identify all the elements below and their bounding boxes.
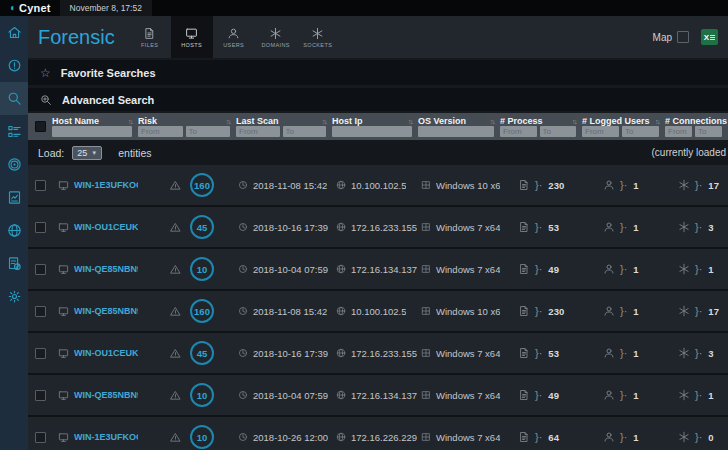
count-value: 0 xyxy=(708,432,713,443)
risk-cell: 10 xyxy=(138,257,236,281)
filter-to[interactable] xyxy=(622,126,659,137)
row-checkbox[interactable] xyxy=(35,180,46,191)
count-value: 49 xyxy=(548,264,559,275)
tab-files[interactable]: FILES xyxy=(129,16,171,58)
count-value: 53 xyxy=(548,222,559,233)
warning-icon xyxy=(170,222,181,233)
sidebar-item-globe[interactable] xyxy=(0,214,28,247)
filter-input[interactable] xyxy=(418,126,494,137)
filter-from[interactable] xyxy=(500,126,537,137)
sort-icon[interactable]: ↑↓ xyxy=(490,118,494,125)
risk-score-badge[interactable]: 45 xyxy=(190,341,214,365)
favorite-searches-bar[interactable]: ☆ Favorite Searches xyxy=(28,60,728,85)
host-link[interactable]: WIN-QE85NBN9SS xyxy=(74,306,138,316)
process-count-cell: }·53 xyxy=(500,347,582,359)
sidebar-item-alert[interactable] xyxy=(0,49,28,82)
tab-hosts[interactable]: HOSTS xyxy=(171,16,213,58)
asterisk-icon xyxy=(678,389,690,401)
select-cell xyxy=(28,432,52,443)
filter-from[interactable] xyxy=(138,126,183,137)
last-scan-value: 2018-10-16 17:39 xyxy=(253,348,328,359)
row-checkbox[interactable] xyxy=(35,306,46,317)
select-cell xyxy=(28,264,52,275)
risk-score-badge[interactable]: 45 xyxy=(190,215,214,239)
column-header-host-name: Host Name ↑↓ xyxy=(52,113,138,140)
host-ip-value: 172.16.226.229 xyxy=(351,432,417,443)
count-value: 3 xyxy=(708,222,713,233)
sort-icon[interactable]: ↑↓ xyxy=(572,118,576,125)
sidebar-item-search[interactable] xyxy=(0,82,28,115)
host-link[interactable]: WIN-OU1CEUK0FJQ xyxy=(74,222,138,232)
last-scan-cell: 2018-10-26 12:00 xyxy=(236,432,332,443)
sidebar-item-checklist[interactable] xyxy=(0,115,28,148)
column-label: Host Name xyxy=(52,116,99,126)
sidebar-item-tasks[interactable] xyxy=(0,247,28,280)
table-row: WIN-QE85NBN95S6102018-10-04 07:59172.16.… xyxy=(28,249,728,289)
row-checkbox[interactable] xyxy=(35,264,46,275)
column-header-last-scan: Last Scan ↑↓ xyxy=(236,113,332,140)
sort-icon[interactable]: ↑↓ xyxy=(322,118,326,125)
filter-to[interactable] xyxy=(695,126,722,137)
file-icon xyxy=(518,305,530,317)
host-link[interactable]: WIN-QE85NBN95S6 xyxy=(74,390,138,400)
sidebar-item-report[interactable] xyxy=(0,181,28,214)
filter-to[interactable] xyxy=(283,126,327,137)
globe-icon xyxy=(336,306,346,316)
map-toggle: Map xyxy=(653,31,689,43)
tab-users[interactable]: USERS xyxy=(213,16,255,58)
filter-input[interactable] xyxy=(52,126,132,137)
select-all-cell xyxy=(28,113,52,140)
connections-cell: }·17 xyxy=(665,179,728,191)
row-checkbox[interactable] xyxy=(35,348,46,359)
risk-score-badge[interactable]: 10 xyxy=(190,257,214,281)
filter-to[interactable] xyxy=(540,126,577,137)
file-icon xyxy=(518,179,530,191)
user-icon xyxy=(603,347,615,359)
host-link[interactable]: WIN-1E3UFKOG2K5 xyxy=(74,432,138,442)
row-checkbox[interactable] xyxy=(35,432,46,443)
column-label: OS Version xyxy=(418,116,466,126)
sidebar-item-home[interactable] xyxy=(0,16,28,49)
advanced-search-bar[interactable]: Advanced Search xyxy=(28,88,728,111)
load-count-select[interactable]: 25 ▼ xyxy=(72,146,102,160)
host-link[interactable]: WIN-QE85NBN95S6 xyxy=(74,264,138,274)
chevron-down-icon: ▼ xyxy=(91,150,97,156)
host-link[interactable]: WIN-OU1CEUK0FJQ xyxy=(74,348,138,358)
globe-icon xyxy=(336,180,346,190)
excel-export-icon[interactable]: X xyxy=(701,29,718,45)
row-checkbox[interactable] xyxy=(35,390,46,401)
risk-score-badge[interactable]: 10 xyxy=(190,383,214,407)
risk-score-badge[interactable]: 10 xyxy=(190,425,214,449)
filter-to[interactable] xyxy=(186,126,231,137)
sort-icon[interactable]: ↑↓ xyxy=(226,118,230,125)
sidebar-item-settings[interactable] xyxy=(0,280,28,313)
brace-decorator: }· xyxy=(695,221,702,233)
count-value: 3 xyxy=(708,348,713,359)
os-version-cell: Windows 7 x64 Serv... xyxy=(418,222,500,233)
risk-score-badge[interactable]: 160 xyxy=(190,299,214,323)
sort-icon[interactable]: ↑↓ xyxy=(408,118,412,125)
logged-users-cell: }·1 xyxy=(582,431,665,443)
tab-domains[interactable]: DOMAINS xyxy=(255,16,297,58)
tab-sockets[interactable]: SOCKETS xyxy=(297,16,339,58)
loaded-status: (currently loaded xyxy=(652,147,726,158)
select-cell xyxy=(28,390,52,401)
sort-icon[interactable]: ↑↓ xyxy=(655,118,659,125)
host-link[interactable]: WIN-1E3UFKOG xyxy=(74,180,138,190)
cynet-logo-icon: ◖ xyxy=(9,3,15,13)
filter-from[interactable] xyxy=(665,126,692,137)
filter-input[interactable] xyxy=(332,126,412,137)
row-checkbox[interactable] xyxy=(35,222,46,233)
filter-from[interactable] xyxy=(236,126,280,137)
tab-label: USERS xyxy=(223,42,244,48)
sort-icon[interactable]: ↑↓ xyxy=(128,118,132,125)
risk-cell: 160 xyxy=(138,299,236,323)
risk-score-badge[interactable]: 160 xyxy=(190,173,214,197)
load-suffix: entities xyxy=(118,147,151,159)
sidebar-item-target[interactable] xyxy=(0,148,28,181)
select-all-checkbox[interactable] xyxy=(35,121,46,132)
count-value: 230 xyxy=(548,180,564,191)
map-checkbox[interactable] xyxy=(677,31,689,43)
filter-from[interactable] xyxy=(582,126,619,137)
count-value: 17 xyxy=(708,306,719,317)
